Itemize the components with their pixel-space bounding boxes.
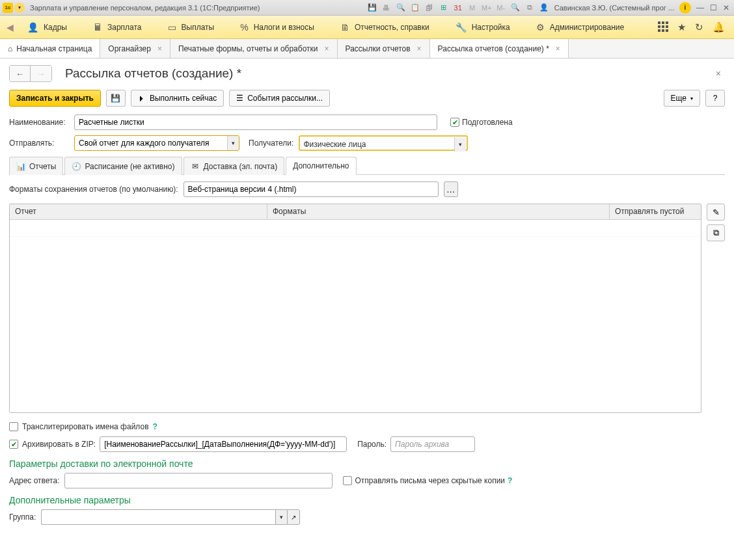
apps-icon[interactable] bbox=[658, 21, 668, 33]
prepared-checkbox[interactable] bbox=[450, 118, 459, 127]
menu-nastroika[interactable]: 🔧Настройка bbox=[442, 16, 523, 39]
nav-forward-button[interactable]: → bbox=[31, 66, 51, 81]
m-icon[interactable]: M bbox=[467, 3, 478, 13]
copy-icon[interactable]: 📋 bbox=[410, 3, 420, 13]
date-icon[interactable]: 31 bbox=[453, 3, 463, 13]
m-plus-icon[interactable]: M+ bbox=[482, 3, 492, 13]
recipients-combo[interactable]: Физические лица ▾ bbox=[299, 135, 468, 151]
tab-rassylki[interactable]: Рассылки отчетов× bbox=[338, 39, 430, 58]
tab-close-icon[interactable]: × bbox=[157, 44, 162, 53]
group-label: Группа: bbox=[9, 513, 36, 522]
app-title: Зарплата и управление персоналом, редакц… bbox=[30, 4, 260, 12]
mail-icon: ✉ bbox=[191, 162, 200, 171]
hidden-copies-help[interactable]: ? bbox=[508, 476, 512, 485]
name-input[interactable] bbox=[74, 114, 437, 130]
calendar-icon[interactable]: ⊞ bbox=[439, 3, 449, 13]
subtab-delivery[interactable]: ✉Доставка (эл. почта) bbox=[184, 157, 285, 175]
formats-input[interactable] bbox=[184, 181, 439, 197]
save-button[interactable]: 💾 bbox=[106, 90, 126, 107]
tab-close-icon[interactable]: × bbox=[325, 44, 329, 53]
wrench-icon: 🔧 bbox=[455, 22, 467, 33]
tab-rassylka-create[interactable]: Рассылка отчетов (создание) *× bbox=[430, 39, 569, 58]
save-close-button[interactable]: Записать и закрыть bbox=[9, 90, 101, 107]
window-icon[interactable]: ⧉ bbox=[524, 3, 535, 13]
subtab-additional[interactable]: Дополнительно bbox=[286, 157, 356, 175]
history-icon[interactable]: ↻ bbox=[695, 21, 703, 33]
maximize-icon[interactable]: ☐ bbox=[708, 3, 718, 13]
favorite-icon[interactable]: ★ bbox=[677, 21, 686, 33]
formats-label: Форматы сохранения отчетов (по умолчанию… bbox=[9, 185, 178, 194]
user-icon[interactable]: 👤 bbox=[539, 3, 549, 13]
chevron-down-icon[interactable]: ▾ bbox=[275, 509, 287, 525]
zip-checkbox[interactable] bbox=[9, 440, 18, 449]
page-tabs: ⌂Начальная страница Органайзер× Печатные… bbox=[0, 39, 734, 59]
reply-label: Адрес ответа: bbox=[9, 476, 59, 485]
menu-vyplaty[interactable]: ▭Выплаты bbox=[155, 16, 228, 39]
recipients-label: Получатели: bbox=[249, 139, 293, 148]
menu-otchetnost[interactable]: 🗎Отчетность, справки bbox=[327, 16, 442, 39]
current-user[interactable]: Савинская З.Ю. (Системный прог ... bbox=[554, 4, 674, 12]
menu-nalogi[interactable]: %Налоги и взносы bbox=[227, 16, 327, 39]
calc-icon[interactable]: 🗐 bbox=[424, 3, 435, 13]
subtab-reports[interactable]: 📊Отчеты bbox=[9, 157, 63, 175]
minimize-icon[interactable]: — bbox=[695, 3, 705, 13]
password-label: Пароль: bbox=[357, 440, 387, 449]
tab-close-icon[interactable]: × bbox=[417, 44, 422, 53]
reply-input[interactable] bbox=[64, 473, 333, 488]
save-icon[interactable]: 💾 bbox=[367, 3, 377, 13]
table-copy-button[interactable]: ⧉ bbox=[707, 224, 725, 241]
menu-kadry[interactable]: 👤Кадры bbox=[14, 16, 80, 39]
percent-icon: % bbox=[240, 22, 248, 33]
m-minus-icon[interactable]: M- bbox=[496, 3, 506, 13]
report-icon: 🗎 bbox=[340, 22, 349, 33]
more-button[interactable]: Еще ▾ bbox=[664, 90, 700, 107]
page-title: Рассылка отчетов (создание) * bbox=[65, 66, 241, 81]
zip-name-input[interactable] bbox=[100, 436, 347, 452]
menu-admin[interactable]: ⚙Администрирование bbox=[523, 16, 637, 39]
translit-checkbox[interactable] bbox=[9, 422, 18, 431]
page-close-button[interactable]: × bbox=[712, 68, 725, 79]
gear-icon: ⚙ bbox=[536, 22, 545, 33]
help-button[interactable]: ? bbox=[705, 90, 725, 107]
info-icon[interactable]: i bbox=[679, 2, 691, 14]
subtab-schedule[interactable]: 🕘Расписание (не активно) bbox=[64, 157, 182, 175]
print-icon[interactable]: 🖶 bbox=[381, 3, 392, 13]
nav-back-button[interactable]: ← bbox=[10, 66, 31, 81]
translit-help[interactable]: ? bbox=[153, 422, 157, 431]
person-icon: 👤 bbox=[27, 22, 38, 33]
password-input[interactable] bbox=[390, 436, 475, 452]
zoom-icon[interactable]: 🔍 bbox=[510, 3, 521, 13]
tab-organizer[interactable]: Органайзер× bbox=[100, 39, 170, 58]
main-menu: ◀ 👤Кадры 🖩Зарплата ▭Выплаты %Налоги и вз… bbox=[0, 16, 734, 39]
col-formats[interactable]: Форматы bbox=[267, 204, 610, 219]
hidden-copies-label: Отправлять письма через скрытые копии bbox=[355, 476, 505, 485]
calculator-icon: 🖩 bbox=[93, 22, 102, 33]
table-edit-button[interactable]: ✎ bbox=[707, 204, 725, 220]
name-label: Наименование: bbox=[9, 118, 69, 127]
email-section-title: Параметры доставки по электронной почте bbox=[9, 459, 725, 469]
col-send-empty[interactable]: Отправлять пустой bbox=[610, 204, 701, 219]
col-report[interactable]: Отчет bbox=[10, 204, 267, 219]
tab-home[interactable]: ⌂Начальная страница bbox=[0, 39, 100, 58]
group-input[interactable] bbox=[41, 509, 275, 525]
prepared-label: Подготовлена bbox=[462, 118, 513, 127]
send-combo[interactable]: ▾ bbox=[74, 135, 239, 151]
tab-close-icon[interactable]: × bbox=[556, 44, 560, 53]
formats-select-button[interactable]: … bbox=[444, 181, 458, 197]
reports-table[interactable]: Отчет Форматы Отправлять пустой bbox=[9, 204, 701, 413]
events-button[interactable]: ☰События рассылки... bbox=[229, 90, 330, 107]
menu-zarplata[interactable]: 🖩Зарплата bbox=[80, 16, 155, 39]
app-menu-dropdown[interactable]: ▾ bbox=[14, 3, 25, 13]
group-open-button[interactable]: ↗ bbox=[287, 509, 300, 525]
menu-scroll-left[interactable]: ◀ bbox=[5, 18, 14, 36]
app-logo-icon: 1c bbox=[3, 3, 13, 13]
chevron-down-icon[interactable]: ▾ bbox=[454, 137, 466, 152]
preview-icon[interactable]: 🔍 bbox=[396, 3, 406, 13]
run-now-button[interactable]: ⏵Выполнить сейчас bbox=[131, 90, 224, 107]
close-icon[interactable]: ✕ bbox=[721, 3, 731, 13]
chevron-down-icon[interactable]: ▾ bbox=[227, 136, 239, 150]
bell-icon[interactable]: 🔔 bbox=[713, 21, 725, 33]
tab-print-forms[interactable]: Печатные формы, отчеты и обработки× bbox=[170, 39, 338, 58]
hidden-copies-checkbox[interactable] bbox=[343, 476, 352, 485]
group-combo[interactable]: ▾ ↗ bbox=[41, 509, 300, 525]
